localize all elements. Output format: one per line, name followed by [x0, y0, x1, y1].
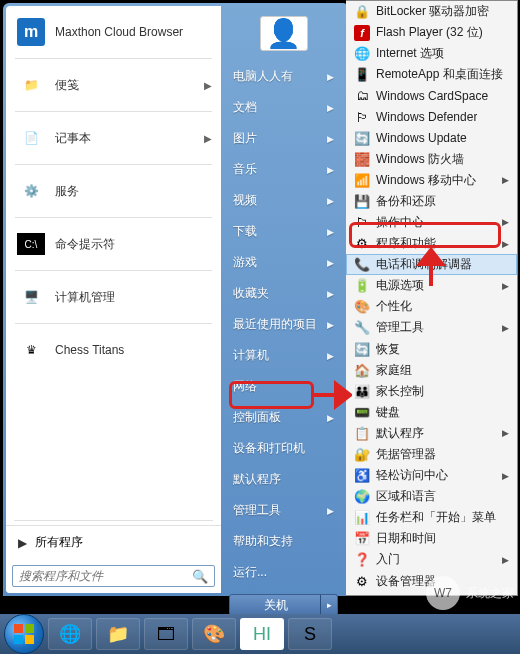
cp-item-22[interactable]: ♿轻松访问中心▶: [346, 465, 517, 486]
program-item-6[interactable]: ♛Chess Titans: [7, 328, 220, 372]
watermark-icon: W7: [426, 576, 460, 610]
right-pane-item-3[interactable]: 音乐▶: [223, 154, 344, 185]
right-item-label: 游戏: [233, 254, 257, 271]
search-box[interactable]: 🔍: [12, 565, 215, 587]
program-item-0[interactable]: mMaxthon Cloud Browser: [7, 10, 220, 54]
program-item-3[interactable]: ⚙️服务: [7, 169, 220, 213]
chevron-right-icon: ▶: [502, 428, 509, 438]
cp-item-11[interactable]: ⚙程序和功能▶: [346, 233, 517, 254]
chevron-right-icon: ▶: [327, 134, 334, 144]
shutdown-menu-button[interactable]: ▸: [320, 594, 338, 616]
cp-item-1[interactable]: fFlash Player (32 位): [346, 22, 517, 43]
taskbar-ie[interactable]: 🌐: [48, 618, 92, 650]
right-item-label: 电脑人人有: [233, 68, 293, 85]
right-pane-item-13[interactable]: 默认程序: [223, 464, 344, 495]
cp-item-24[interactable]: 📊任务栏和「开始」菜单: [346, 507, 517, 528]
svg-rect-2: [14, 635, 23, 644]
cp-item-21[interactable]: 🔐凭据管理器: [346, 444, 517, 465]
cp-item-0[interactable]: 🔒BitLocker 驱动器加密: [346, 1, 517, 22]
cp-item-23[interactable]: 🌍区域和语言: [346, 486, 517, 507]
chevron-right-icon: ▶: [502, 281, 509, 291]
right-pane-item-0[interactable]: 电脑人人有▶: [223, 61, 344, 92]
right-pane-item-12[interactable]: 设备和打印机: [223, 433, 344, 464]
right-pane-item-15[interactable]: 帮助和支持: [223, 526, 344, 557]
cp-item-label: 键盘: [376, 404, 400, 421]
cp-item-label: 电源选项: [376, 277, 424, 294]
all-programs-button[interactable]: ▶ 所有程序: [6, 525, 221, 559]
cp-item-icon: 📅: [354, 531, 370, 547]
program-label: 命令提示符: [55, 236, 212, 253]
right-pane-item-11[interactable]: 控制面板▶: [223, 402, 344, 433]
cp-item-12[interactable]: 📞电话和调制解调器: [346, 254, 517, 275]
user-avatar[interactable]: 👤: [260, 16, 308, 51]
cp-item-3[interactable]: 📱RemoteApp 和桌面连接: [346, 64, 517, 85]
program-item-1[interactable]: 📁便笺▶: [7, 63, 220, 107]
cp-item-label: BitLocker 驱动器加密: [376, 3, 489, 20]
chevron-right-icon: ▶: [204, 80, 212, 91]
cp-item-icon: 🏳: [354, 109, 370, 125]
right-pane-item-1[interactable]: 文档▶: [223, 92, 344, 123]
cp-item-label: 管理工具: [376, 319, 424, 336]
cp-item-17[interactable]: 🏠家庭组: [346, 360, 517, 381]
cp-item-4[interactable]: 🗂Windows CardSpace: [346, 85, 517, 106]
start-button[interactable]: [4, 614, 44, 654]
program-item-5[interactable]: 🖥️计算机管理: [7, 275, 220, 319]
cp-item-25[interactable]: 📅日期和时间: [346, 528, 517, 549]
cp-item-5[interactable]: 🏳Windows Defender: [346, 106, 517, 127]
right-pane-item-6[interactable]: 游戏▶: [223, 247, 344, 278]
cp-item-icon: ⚙: [354, 236, 370, 252]
right-item-label: 控制面板: [233, 409, 281, 426]
right-pane-item-2[interactable]: 图片▶: [223, 123, 344, 154]
cp-item-2[interactable]: 🌐Internet 选项: [346, 43, 517, 64]
cp-item-icon: f: [354, 25, 370, 41]
cp-item-16[interactable]: 🔄恢复: [346, 339, 517, 360]
cp-item-icon: 🔋: [354, 278, 370, 294]
right-pane-item-14[interactable]: 管理工具▶: [223, 495, 344, 526]
cp-item-icon: 🔄: [354, 341, 370, 357]
right-item-label: 图片: [233, 130, 257, 147]
cp-item-9[interactable]: 💾备份和还原: [346, 191, 517, 212]
program-icon: m: [15, 16, 47, 48]
chevron-right-icon: ▶: [502, 555, 509, 565]
program-item-2[interactable]: 📄记事本▶: [7, 116, 220, 160]
right-pane-item-7[interactable]: 收藏夹▶: [223, 278, 344, 309]
start-menu-left-pane: mMaxthon Cloud Browser📁便笺▶📄记事本▶⚙️服务C:\命令…: [6, 6, 221, 593]
cp-item-14[interactable]: 🎨个性化: [346, 296, 517, 317]
start-menu-right-pane: 👤 电脑人人有▶文档▶图片▶音乐▶视频▶下载▶游戏▶收藏夹▶最近使用的项目▶计算…: [221, 6, 346, 593]
chevron-right-icon: ▶: [204, 133, 212, 144]
cp-item-19[interactable]: 📟键盘: [346, 402, 517, 423]
cp-item-label: 日期和时间: [376, 530, 436, 547]
program-label: 服务: [55, 183, 212, 200]
taskbar-app-2[interactable]: 🎨: [192, 618, 236, 650]
cp-item-26[interactable]: ❓入门▶: [346, 549, 517, 570]
chevron-right-icon: ▶: [327, 258, 334, 268]
cp-item-icon: 🏳: [354, 214, 370, 230]
right-pane-item-10[interactable]: 网络: [223, 371, 344, 402]
shutdown-button[interactable]: 关机: [229, 594, 322, 616]
start-menu: mMaxthon Cloud Browser📁便笺▶📄记事本▶⚙️服务C:\命令…: [3, 3, 349, 596]
cp-item-7[interactable]: 🧱Windows 防火墙: [346, 149, 517, 170]
chevron-right-icon: ▶: [327, 103, 334, 113]
right-pane-item-8[interactable]: 最近使用的项目▶: [223, 309, 344, 340]
right-pane-item-9[interactable]: 计算机▶: [223, 340, 344, 371]
taskbar-app-3[interactable]: HI: [240, 618, 284, 650]
right-pane-item-16[interactable]: 运行...: [223, 557, 344, 588]
cp-item-13[interactable]: 🔋电源选项▶: [346, 275, 517, 296]
cp-item-15[interactable]: 🔧管理工具▶: [346, 317, 517, 338]
cp-item-10[interactable]: 🏳操作中心▶: [346, 212, 517, 233]
cp-item-18[interactable]: 👪家长控制: [346, 381, 517, 402]
cp-item-20[interactable]: 📋默认程序▶: [346, 423, 517, 444]
program-item-4[interactable]: C:\命令提示符: [7, 222, 220, 266]
cp-item-8[interactable]: 📶Windows 移动中心▶: [346, 170, 517, 191]
cp-item-icon: 🌐: [354, 46, 370, 62]
search-input[interactable]: [19, 569, 192, 583]
taskbar-app-4[interactable]: S: [288, 618, 332, 650]
right-pane-item-4[interactable]: 视频▶: [223, 185, 344, 216]
triangle-right-icon: ▶: [18, 536, 27, 550]
right-pane-item-5[interactable]: 下载▶: [223, 216, 344, 247]
separator: [14, 520, 213, 521]
taskbar-explorer[interactable]: 📁: [96, 618, 140, 650]
taskbar-app-1[interactable]: 🗔: [144, 618, 188, 650]
cp-item-icon: 🔐: [354, 447, 370, 463]
cp-item-6[interactable]: 🔄Windows Update: [346, 128, 517, 149]
